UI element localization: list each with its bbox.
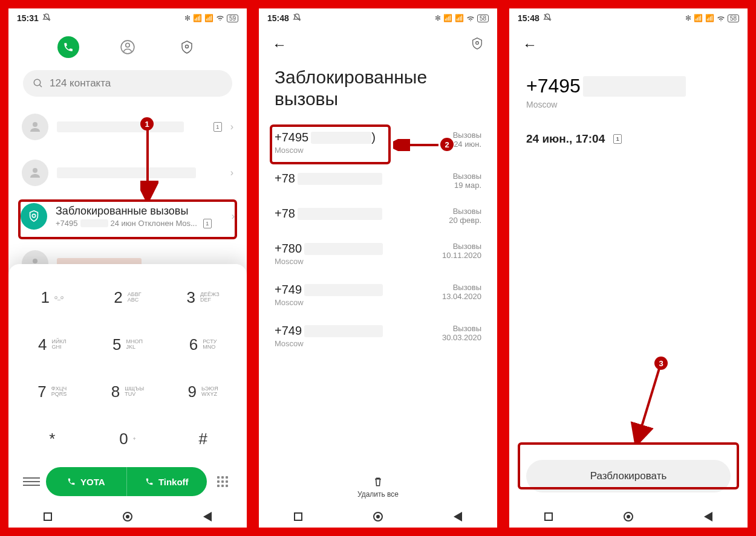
sim-badge: 1: [613, 134, 622, 144]
nav-back-button[interactable]: [454, 512, 462, 521]
delete-all-button[interactable]: Удалить все: [259, 476, 497, 499]
blocked-calls-entry[interactable]: Заблокированные вызовы +7495 24 июн Откл…: [8, 197, 247, 236]
svg-point-9: [33, 259, 37, 263]
call-time-entry[interactable]: 24 июн., 17:04 1: [509, 109, 748, 169]
call-item[interactable]: ›: [8, 153, 247, 192]
back-button[interactable]: ←: [523, 36, 537, 53]
status-time: 15:48: [518, 13, 539, 23]
signal-icon: 📶: [204, 14, 213, 22]
page-title: Заблокированные вызовы: [259, 57, 497, 122]
nav-home-button[interactable]: [624, 512, 633, 521]
blocked-number-prefix: +7495: [56, 219, 78, 228]
key-7[interactable]: 7ФХЦЧPQRS: [15, 368, 90, 415]
settings-button[interactable]: [471, 37, 484, 53]
nav-bar: [509, 506, 748, 528]
phone-screen-3: 15:48 ✻📶📶 58 ← +7495 Moscow 24 июн., 17:…: [509, 8, 748, 528]
search-icon: [33, 78, 44, 89]
key-4[interactable]: 4ИЙКЛGHI: [15, 321, 90, 368]
battery-icon: 58: [477, 15, 489, 22]
blocked-row[interactable]: +749 Moscow Вызовы30.03.2020: [259, 315, 497, 357]
nav-back-button[interactable]: [704, 512, 712, 521]
nav-recent-button[interactable]: [544, 512, 553, 521]
blocked-sub-suffix: 24 июн Отклонен Mos...: [111, 219, 197, 228]
status-bar: 15:31 ✻ 📶 📶 59: [8, 8, 247, 28]
dialpad-toggle-button[interactable]: [213, 472, 232, 491]
mute-icon: [293, 13, 301, 24]
key-1[interactable]: 1о_о: [15, 274, 90, 321]
status-bar: 15:48 ✻📶📶 58: [509, 8, 748, 28]
blocked-row[interactable]: +78 Вызовы19 мар.: [259, 163, 497, 198]
blocked-row[interactable]: +78 Вызовы20 февр.: [259, 198, 497, 233]
chevron-right-icon[interactable]: ›: [232, 211, 235, 222]
location-label: Moscow: [509, 100, 748, 109]
call-sim2-button[interactable]: Tinkoff: [127, 467, 207, 496]
signal-icon: 📶: [193, 14, 202, 22]
trash-icon: [372, 476, 384, 488]
key-9[interactable]: 9ЬЭЮЯWXYZ: [165, 368, 241, 415]
chevron-right-icon[interactable]: ›: [230, 121, 233, 132]
blocked-row[interactable]: +7495) Moscow Вызовы24 июн.: [259, 122, 497, 163]
nav-recent-button[interactable]: [294, 512, 302, 521]
call-item[interactable]: 1 ›: [8, 108, 247, 146]
nav-bar: [8, 506, 247, 528]
tab-phone[interactable]: [57, 36, 79, 58]
back-button[interactable]: ←: [272, 36, 287, 53]
unblock-button[interactable]: Разблокировать: [526, 460, 731, 492]
search-placeholder: 124 контакта: [50, 77, 111, 89]
mute-icon: [42, 13, 51, 24]
tab-contacts[interactable]: [117, 36, 138, 58]
dialpad: 1о_о 2АБВГABC 3ДЕЁЖЗDEF 4ИЙКЛGHI 5МНОПJK…: [15, 274, 241, 462]
annotation-marker-1: 1: [140, 117, 154, 131]
nav-home-button[interactable]: [373, 512, 383, 521]
search-input[interactable]: 124 контакта: [23, 70, 232, 97]
svg-line-5: [39, 85, 42, 87]
chevron-right-icon[interactable]: ›: [230, 167, 233, 178]
hamburger-menu-button[interactable]: [23, 477, 40, 486]
svg-point-4: [34, 79, 41, 86]
nav-back-button[interactable]: [203, 512, 212, 521]
phone-screen-1: 15:31 ✻ 📶 📶 59: [8, 8, 247, 528]
nav-bar: [259, 506, 497, 528]
mute-icon: [543, 13, 552, 24]
shield-icon: [21, 203, 47, 230]
blocked-list: +7495) Moscow Вызовы24 июн. +78 Вызовы19…: [259, 122, 497, 357]
annotation-marker-2: 2: [440, 138, 454, 151]
battery-icon: 58: [728, 15, 739, 22]
blocked-row[interactable]: +749 Moscow Вызовы13.04.2020: [259, 274, 497, 315]
svg-point-12: [476, 42, 479, 45]
blocked-title: Заблокированные вызовы: [56, 205, 223, 218]
svg-point-3: [186, 45, 189, 48]
svg-point-2: [126, 44, 130, 48]
key-2[interactable]: 2АБВГABC: [90, 274, 166, 321]
nav-recent-button[interactable]: [44, 512, 52, 521]
sim-badge: 1: [213, 122, 222, 132]
tab-settings[interactable]: [176, 36, 198, 58]
avatar-icon: [22, 114, 48, 140]
svg-line-15: [639, 369, 659, 436]
key-0[interactable]: 0+: [90, 415, 166, 462]
call-button: YOTA Tinkoff: [46, 467, 207, 496]
status-bar: 15:48 ✻📶📶 58: [259, 8, 497, 28]
svg-point-7: [33, 168, 37, 173]
status-time: 15:31: [17, 13, 39, 23]
phone-number-heading: +7495: [509, 57, 748, 100]
key-3[interactable]: 3ДЕЁЖЗDEF: [165, 274, 241, 321]
phone-screen-2: 15:48 ✻📶📶 58 ← Заблокированные вызовы +7…: [259, 8, 497, 528]
key-6[interactable]: 6РСТУMNO: [165, 321, 241, 368]
key-8[interactable]: 8ШЩЪЫTUV: [90, 368, 166, 415]
avatar-icon: [22, 160, 48, 186]
nav-home-button[interactable]: [123, 512, 132, 521]
sim-badge: 1: [203, 219, 212, 228]
battery-icon: 59: [227, 15, 238, 22]
call-sim1-button[interactable]: YOTA: [46, 467, 127, 496]
key-5[interactable]: 5МНОПJKL: [90, 321, 166, 368]
recent-calls-list: 1 › › Заблокированные вызовы +7495: [8, 108, 247, 283]
key-hash[interactable]: #: [165, 415, 241, 462]
key-star[interactable]: *: [15, 415, 90, 462]
annotation-marker-3: 3: [654, 357, 668, 370]
svg-point-6: [33, 122, 37, 127]
dialer-tabs: [8, 28, 247, 68]
dialpad-sheet: 1о_о 2АБВГABC 3ДЕЁЖЗDEF 4ИЙКЛGHI 5МНОПJK…: [8, 264, 247, 506]
svg-point-8: [32, 214, 36, 218]
blocked-row[interactable]: +780 Moscow Вызовы10.11.2020: [259, 233, 497, 274]
